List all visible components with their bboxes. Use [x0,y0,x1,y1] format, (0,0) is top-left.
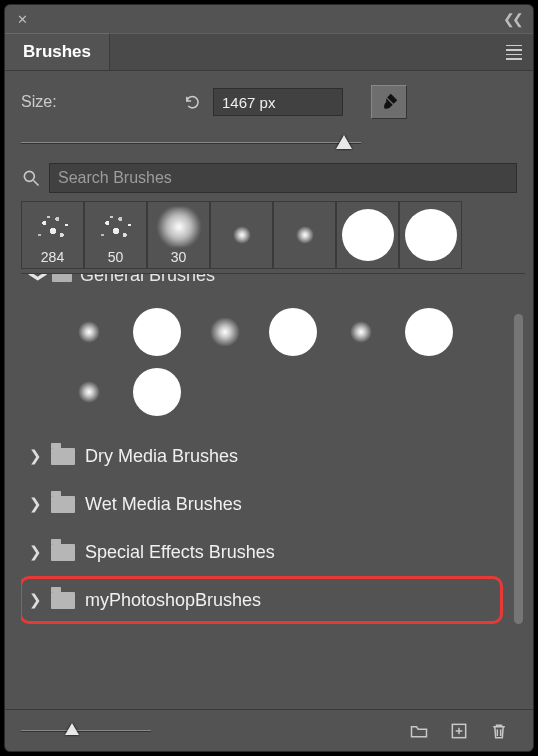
preview-size-slider[interactable] [21,721,151,741]
brush-preview [89,205,143,249]
brush-preview [404,213,458,257]
folder-label: Dry Media Brushes [85,446,238,467]
size-slider-thumb[interactable] [336,135,352,149]
load-preset-folder-icon[interactable] [401,716,437,746]
folder-label: myPhotoshopBrushes [85,590,261,611]
brush-thumb[interactable] [125,364,189,420]
folder-row[interactable]: ❯Wet Media Brushes [21,480,505,528]
brush-thumb[interactable] [57,364,121,420]
folder-icon [52,274,72,282]
brush-thumb[interactable] [397,304,461,360]
recent-brushes-strip: 2845030 [5,201,533,269]
recent-brush[interactable]: 50 [84,201,147,269]
brush-preview [278,213,332,257]
recent-brush[interactable] [336,201,399,269]
search-row [5,163,533,201]
chevron-right-icon: ❯ [29,447,41,465]
folder-row[interactable]: ❯Dry Media Brushes [21,432,505,480]
brush-thumb[interactable] [57,304,121,360]
folder-icon [51,592,75,609]
brush-thumb[interactable] [125,304,189,360]
brush-preview [215,213,269,257]
recent-brush[interactable]: 30 [147,201,210,269]
panel-topbar: ✕ ❮❮ [5,5,533,33]
svg-line-1 [34,181,39,186]
panel-menu-icon[interactable] [495,33,533,70]
tab-brushes[interactable]: Brushes [5,33,110,70]
recent-brush[interactable]: 284 [21,201,84,269]
folder-icon [51,448,75,465]
preview-size-thumb[interactable] [65,723,79,735]
brush-preview-toggle-icon[interactable] [371,85,407,119]
brush-size-label: 284 [41,249,64,265]
brush-list-content: ❯ General Brushes ❯Dry Media Brushes❯Wet… [21,274,505,709]
search-input[interactable] [49,163,517,193]
recent-brush[interactable] [273,201,336,269]
size-label: Size: [21,93,171,111]
tab-bar: Brushes [5,33,533,71]
recent-brush[interactable] [210,201,273,269]
brush-thumb[interactable] [193,304,257,360]
chevron-right-icon: ❯ [29,543,41,561]
chevron-right-icon: ❯ [29,495,41,513]
chevron-down-icon: ❯ [28,274,50,283]
brush-thumb[interactable] [261,304,325,360]
trash-icon[interactable] [481,716,517,746]
general-brushes-grid [21,296,505,432]
new-brush-icon[interactable] [441,716,477,746]
tab-label: Brushes [23,42,91,62]
reset-size-icon[interactable] [181,91,203,113]
size-row: Size: [5,71,533,125]
folder-row[interactable]: ❯myPhotoshopBrushes [21,576,505,624]
recent-brush[interactable] [399,201,462,269]
collapse-icon[interactable]: ❮❮ [499,9,525,29]
brush-size-label: 30 [171,249,187,265]
chevron-right-icon: ❯ [29,591,41,609]
folder-row-general[interactable]: ❯ General Brushes [21,274,505,296]
folder-row[interactable]: ❯Special Effects Brushes [21,528,505,576]
svg-point-0 [24,171,34,181]
brush-thumb[interactable] [329,304,393,360]
folder-label: Wet Media Brushes [85,494,242,515]
brush-preview [152,205,206,249]
folder-icon [51,544,75,561]
search-icon [21,168,41,188]
close-icon[interactable]: ✕ [13,10,32,29]
folder-label: Special Effects Brushes [85,542,275,563]
size-slider[interactable] [5,125,533,163]
brush-size-label: 50 [108,249,124,265]
scrollbar[interactable] [512,278,525,705]
brush-list-area: ❯ General Brushes ❯Dry Media Brushes❯Wet… [21,273,525,709]
scrollbar-thumb[interactable] [514,314,523,624]
folder-label: General Brushes [80,274,215,286]
bottom-bar [5,709,533,751]
brush-preview [26,205,80,249]
size-input[interactable] [213,88,343,116]
brushes-panel: ✕ ❮❮ Brushes Size: [4,4,534,752]
folder-icon [51,496,75,513]
brush-preview [341,213,395,257]
